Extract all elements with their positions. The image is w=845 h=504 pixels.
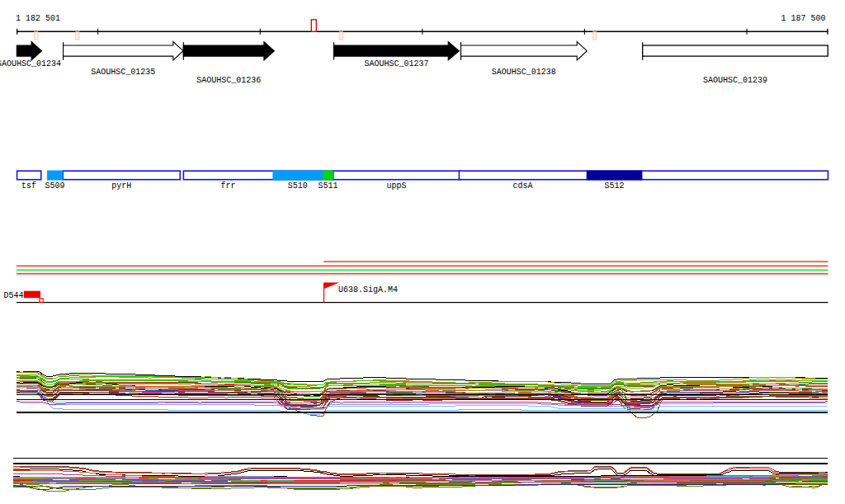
svg-text:1 182 501: 1 182 501 — [16, 12, 60, 23]
svg-text:tsf: tsf — [21, 180, 36, 191]
svg-text:S511: S511 — [318, 180, 338, 191]
svg-text:SAOUHSC_01239: SAOUHSC_01239 — [703, 74, 767, 85]
svg-text:uppS: uppS — [387, 180, 407, 191]
svg-text:S509: S509 — [45, 180, 65, 191]
svg-text:pyrH: pyrH — [111, 180, 131, 191]
svg-text:1 187 500: 1 187 500 — [781, 12, 826, 23]
svg-text:SAOUHSC_01236: SAOUHSC_01236 — [196, 74, 261, 85]
svg-text:cdsA: cdsA — [513, 180, 533, 191]
svg-text:D544: D544 — [4, 290, 24, 300]
svg-text:SAOUHSC_01234: SAOUHSC_01234 — [0, 58, 61, 68]
svg-text:SAOUHSC_01235: SAOUHSC_01235 — [91, 66, 155, 77]
svg-text:SAOUHSC_01237: SAOUHSC_01237 — [364, 58, 428, 68]
svg-text:frr: frr — [220, 180, 235, 191]
svg-text:S512: S512 — [605, 180, 625, 191]
svg-text:S510: S510 — [288, 180, 308, 191]
svg-text:SAOUHSC_01238: SAOUHSC_01238 — [492, 66, 556, 77]
svg-text:U638.SigA.M4: U638.SigA.M4 — [338, 284, 398, 294]
